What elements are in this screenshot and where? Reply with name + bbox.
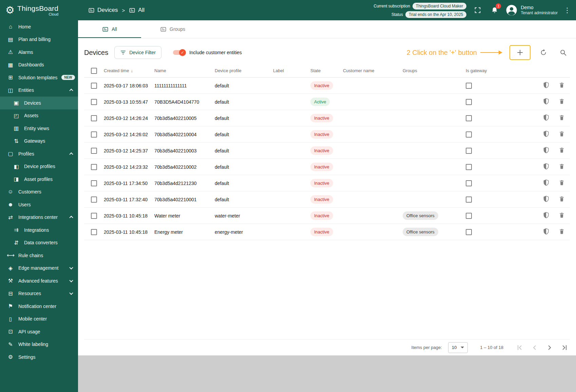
table-row[interactable]: 2025-03-12 14:26:24 70b3d5a402210005 def… [84,110,570,126]
delete-button[interactable] [558,98,565,106]
include-customer-entities-toggle[interactable] [173,49,185,56]
delete-button[interactable] [558,228,565,236]
security-button[interactable] [543,114,550,122]
security-button[interactable] [543,98,550,106]
sidebar-item-integrations-center[interactable]: ⇄ Integrations center [0,211,78,224]
table-row[interactable]: 2025-03-12 14:25:37 70b3d5a402210003 def… [84,143,570,159]
is-gateway-checkbox[interactable] [466,148,472,154]
sidebar-item-settings[interactable]: ⚙ Settings [0,351,78,364]
is-gateway-checkbox[interactable] [466,83,472,89]
last-page-button[interactable] [560,344,569,352]
more-menu-icon[interactable] [563,6,571,14]
is-gateway-checkbox[interactable] [466,164,472,170]
row-checkbox[interactable] [91,164,97,170]
sidebar-item-data-converters[interactable]: ⇵ Data converters [0,236,78,249]
security-button[interactable] [543,179,550,187]
table-row[interactable]: 2025-03-17 18:06:03 11111111111111 defau… [84,78,570,94]
sidebar-item-api-usage[interactable]: ⊡ API usage [0,325,78,338]
row-checkbox[interactable] [91,115,97,121]
delete-button[interactable] [558,130,565,138]
row-checkbox[interactable] [91,131,97,138]
sidebar-item-entity-views[interactable]: ▥ Entity views [0,122,78,135]
delete-button[interactable] [558,195,565,203]
column-created-time[interactable]: Created time ↓ [104,68,154,73]
row-checkbox[interactable] [91,83,97,89]
refresh-button[interactable] [537,46,550,59]
table-row[interactable]: 2025-03-11 17:32:40 70b3d5a402210001 def… [84,191,570,208]
sidebar-item-mobile-center[interactable]: ▯ Mobile center [0,313,78,326]
column-customer-name[interactable]: Customer name [343,68,403,73]
sidebar-item-asset-profiles[interactable]: ◨ Asset profiles [0,173,78,186]
sidebar-item-assets[interactable]: ◰ Assets [0,109,78,122]
sidebar-item-alarms[interactable]: ⚠ Alarms [0,46,78,59]
table-row[interactable]: 2025-03-11 10:45:18 Water meter water-me… [84,208,570,224]
is-gateway-checkbox[interactable] [466,180,472,186]
tab-all[interactable]: All [78,20,141,38]
sidebar-item-plan-and-billing[interactable]: ▤ Plan and billing [0,33,78,46]
table-row[interactable]: 2025-03-11 17:34:50 70b3d5a4d2121230 def… [84,175,570,191]
security-button[interactable] [543,212,550,220]
row-checkbox[interactable] [91,229,97,235]
column-groups[interactable]: Groups [403,68,466,73]
sidebar-item-advanced-features[interactable]: ⚒ Advanced features [0,274,78,287]
breadcrumb-all[interactable]: All [129,7,145,14]
row-checkbox[interactable] [91,180,97,186]
sidebar-item-white-labeling[interactable]: ✎ White labeling [0,338,78,351]
security-button[interactable] [543,195,550,203]
table-row[interactable]: 2025-03-12 14:23:32 70b3d5a402210002 def… [84,159,570,175]
sidebar-item-solution-templates[interactable]: ⊞ Solution templates NEW [0,71,78,84]
first-page-button[interactable] [516,344,524,352]
fullscreen-button[interactable] [472,4,483,16]
row-checkbox[interactable] [91,148,97,154]
sidebar-item-users[interactable]: ☻ Users [0,198,78,211]
next-page-button[interactable] [545,344,554,352]
delete-button[interactable] [558,179,565,187]
sidebar-item-entities[interactable]: ◫ Entities [0,84,78,97]
is-gateway-checkbox[interactable] [466,131,472,138]
is-gateway-checkbox[interactable] [466,229,472,235]
select-all-checkbox[interactable] [91,68,97,74]
table-row[interactable]: 2025-03-12 14:26:02 70b3d5a402210004 def… [84,126,570,143]
security-button[interactable] [543,228,550,236]
column-name[interactable]: Name [154,68,215,73]
is-gateway-checkbox[interactable] [466,197,472,203]
sidebar-item-integrations[interactable]: ⇉ Integrations [0,224,78,236]
table-row[interactable]: 2025-03-13 10:55:47 70B3D5A4D4104770 def… [84,94,570,110]
sidebar-item-profiles[interactable]: ▢ Profiles [0,147,78,160]
delete-button[interactable] [558,163,565,171]
sidebar-item-home[interactable]: ⌂ Home [0,20,78,33]
sidebar-item-dashboards[interactable]: ▦ Dashboards [0,59,78,71]
user-menu[interactable]: Demo Tenant administrator [506,4,558,16]
row-checkbox[interactable] [91,197,97,203]
items-per-page-select[interactable]: 10 [448,342,468,353]
sidebar-item-devices[interactable]: ▣ Devices [0,97,78,109]
sidebar-item-rule-chains[interactable]: ⟷ Rule chains [0,249,78,262]
column-is-gateway[interactable]: Is gateway [466,68,492,73]
search-button[interactable] [556,46,570,59]
delete-button[interactable] [558,114,565,122]
table-row[interactable]: 2025-03-11 10:45:18 Energy meter energy-… [84,224,570,240]
previous-page-button[interactable] [531,344,539,352]
security-button[interactable] [543,82,550,89]
column-state[interactable]: State [310,68,343,73]
row-checkbox[interactable] [91,213,97,219]
delete-button[interactable] [558,147,565,154]
sidebar-item-resources[interactable]: ⊟ Resources [0,287,78,300]
security-button[interactable] [543,163,550,171]
delete-button[interactable] [558,212,565,220]
security-button[interactable] [543,130,550,138]
sidebar-item-edge-management[interactable]: ◈ Edge management [0,262,78,275]
row-checkbox[interactable] [91,99,97,105]
is-gateway-checkbox[interactable] [466,99,472,105]
column-label[interactable]: Label [273,68,310,73]
sidebar-item-gateways[interactable]: ⇅ Gateways [0,135,78,148]
column-device-profile[interactable]: Device profile [215,68,273,73]
security-button[interactable] [543,147,550,154]
tab-groups[interactable]: Groups [141,20,204,38]
thingsboard-logo[interactable]: ⚙ ThingsBoard Cloud [0,4,78,16]
breadcrumb-devices[interactable]: Devices [88,7,118,14]
notifications-button[interactable]: 1 [489,4,500,16]
add-device-button[interactable] [510,45,531,60]
device-filter-button[interactable]: Device Filter [114,46,161,59]
is-gateway-checkbox[interactable] [466,213,472,219]
